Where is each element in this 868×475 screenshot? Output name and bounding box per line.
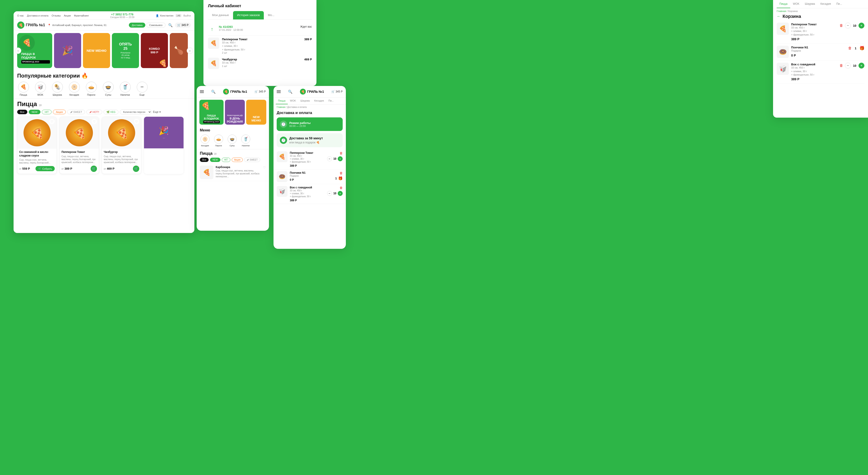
wishlist-btn-3[interactable]: ♡ <box>134 119 139 124</box>
mobile-banner-2[interactable]: Новогодняя.рф В ДЕНЬРОЖДЕНИЯ <box>225 100 245 125</box>
mobile-filter-new[interactable]: NEW <box>210 158 220 162</box>
phone-number[interactable]: +7 3852 571-776 <box>110 13 134 16</box>
search-icon[interactable]: 🔍 <box>168 23 173 27</box>
mp2-tab-quesadilla[interactable]: Кесадия <box>312 97 326 104</box>
banner-1[interactable]: 🍕 ПИЦЦА В ПОДАРОК ПРОМОКОД 2023 <box>17 33 52 68</box>
cabinet-tab-mydata[interactable]: Мои данные <box>208 11 233 20</box>
mobile-filter-sweet[interactable]: 🌶 SWEET <box>244 158 260 162</box>
cart-badge[interactable]: 🛒 345 Р <box>175 23 191 28</box>
filter-sweet[interactable]: 🌶 SWEET <box>67 110 85 114</box>
basket-tab-shawarma[interactable]: Шаурма <box>802 0 817 8</box>
plus-btn-1[interactable]: + <box>859 23 864 29</box>
filter-new[interactable]: NEW <box>29 110 40 114</box>
pickup-btn[interactable]: Самовывоз <box>146 23 165 28</box>
more-filters[interactable]: Еще ▾ <box>153 110 161 114</box>
mobile-filter-hit[interactable]: HIT <box>222 158 230 162</box>
minus-btn-3[interactable]: − <box>845 63 851 68</box>
filter-promo[interactable]: Акция <box>53 110 66 114</box>
cat-pizza[interactable]: 🍕 Пицца <box>17 82 30 96</box>
cabinet-tab-history[interactable]: История заказов <box>233 11 264 20</box>
cat-soups-icon: 🍲 <box>103 82 114 92</box>
cat-shawarma[interactable]: 🌯 Шаурма <box>51 82 64 96</box>
delete-btn-2[interactable]: 🗑 <box>848 46 852 50</box>
basket-tab-quesadilla[interactable]: Кесадия <box>817 0 834 8</box>
delete-btn-1[interactable]: 🗑 <box>839 24 843 28</box>
basket-tab-more[interactable]: Пи... <box>834 0 845 8</box>
carousel-prev-btn[interactable]: ‹ <box>15 48 21 54</box>
logout-link[interactable]: Выйти <box>183 14 191 17</box>
plus-btn-3[interactable]: + <box>859 63 864 68</box>
pizza-filters: Все NEW HIT Акция 🌶 SWEET 🌶 HOT!! 🌿 VEG … <box>17 110 191 115</box>
mp2-tab-more[interactable]: Пи... <box>326 97 336 104</box>
cat-quesadilla[interactable]: 🫓 Кесадия <box>68 82 81 96</box>
cat-more[interactable]: ••• Еще <box>136 82 148 96</box>
delivery-btn[interactable]: Доставка <box>129 23 145 28</box>
nav-promo[interactable]: Акции <box>64 14 71 17</box>
filter-veg[interactable]: 🌿 VEG <box>103 110 119 115</box>
product-footer-2: от 389 Р 🛒 <box>61 166 97 172</box>
logo[interactable]: 🍕 ГРИЛЬ №1 <box>17 22 45 29</box>
mp2-plus-btn-1[interactable]: + <box>338 156 343 161</box>
carousel-next-btn[interactable]: › <box>187 48 193 54</box>
delete-btn-3[interactable]: 🗑 <box>839 64 843 68</box>
basket-tab-wok[interactable]: WOK <box>790 0 802 8</box>
mp2-delete-1[interactable]: 🗑 <box>340 151 343 155</box>
search-icon-mobile[interactable]: 🔍 <box>211 90 216 94</box>
mp2-tab-shawarma[interactable]: Шаурма <box>298 97 312 104</box>
banner-3[interactable]: NEW МЕНЮ <box>83 33 110 68</box>
mp2-tab-pizza[interactable]: Пицца <box>276 97 288 104</box>
banner-4[interactable]: ОПЯТЬ25 Розыгрыш25 сетовпо 5 пицц <box>112 33 139 68</box>
mobile-filter-all[interactable]: Все <box>200 158 209 162</box>
wishlist-btn-1[interactable]: ♡ <box>49 119 55 124</box>
mp2-plus-btn-3[interactable]: + <box>338 191 343 196</box>
mobile-cat-quesadilla[interactable]: 🫓 Кесадия <box>200 135 210 147</box>
mp2-delete-2[interactable]: 🗑 <box>340 171 343 175</box>
mp2-delete-3[interactable]: 🗑 <box>340 186 343 189</box>
filter-all[interactable]: Все <box>17 110 27 114</box>
mobile-cat-pies[interactable]: 🥧 Пироги <box>213 135 224 147</box>
banner-5[interactable]: КОМБО999 Р 🍕 <box>141 33 168 68</box>
cat-soups[interactable]: 🍲 Супы <box>102 82 114 96</box>
nav-reviews[interactable]: Отзывы <box>52 14 61 17</box>
banner-3-text: NEW МЕНЮ <box>84 47 109 55</box>
mobile-filter-akcia[interactable]: Акция <box>232 158 243 162</box>
order-number[interactable]: № 414393 <box>219 25 243 29</box>
mp2-minus-btn-3[interactable]: − <box>327 191 332 196</box>
mobile-banner-3[interactable]: NEWМЕНЮ <box>246 100 266 125</box>
cabinet-tab-more[interactable]: Мо... <box>264 11 278 20</box>
banner-6[interactable]: 🍗 <box>170 33 188 68</box>
basket-back-icon[interactable]: ← <box>777 14 781 19</box>
mp2-cart-icon: 🛒 <box>331 90 335 93</box>
wishlist-btn-2[interactable]: ♡ <box>92 119 97 124</box>
filter-hot[interactable]: 🌶 HOT!! <box>86 110 102 114</box>
hamburger-icon[interactable] <box>200 90 204 93</box>
nav-franchise[interactable]: Франчайзинг <box>74 14 89 17</box>
mp2-cart[interactable]: 🛒 345 Р <box>331 90 343 93</box>
mobile-wishlist-icon[interactable]: ♡ <box>263 166 266 169</box>
nav-about[interactable]: О нас <box>17 14 24 17</box>
cat-pies[interactable]: 🥧 Пироги <box>85 82 97 96</box>
add-btn-1[interactable]: 🛒 Собрать <box>35 166 55 171</box>
mobile-cat-drinks[interactable]: 🥤 Напитки <box>241 135 251 147</box>
persons-select[interactable]: Количество персон <box>120 110 152 115</box>
mobile-cat-soups[interactable]: 🍲 Супы <box>227 135 237 147</box>
add-btn-3[interactable]: 🛒 <box>133 166 139 172</box>
mp2-hamburger-icon[interactable] <box>277 90 281 93</box>
minus-btn-1[interactable]: − <box>845 23 851 29</box>
mp2-minus-btn-1[interactable]: − <box>327 156 332 161</box>
mp2-tab-wok[interactable]: WOK <box>288 97 298 104</box>
mobile-banner-1[interactable]: 🍕 ПИЦЦАВ ПОДАРОК ПРОМОКОД 2023 <box>199 100 223 125</box>
banner-2[interactable]: 🎉 <box>54 33 81 68</box>
add-btn-2[interactable]: 🛒 <box>91 166 97 172</box>
basket-tab-pizza[interactable]: Пицца <box>777 0 790 8</box>
mobile-cart-1[interactable]: 🛒 345 Р <box>254 90 266 93</box>
mp2-search-icon[interactable]: 🔍 <box>288 90 292 94</box>
cat-wok[interactable]: 🥡 WOK <box>34 82 46 96</box>
mobile-pizza-img: 🍕 <box>200 166 213 179</box>
filter-hit[interactable]: HIT <box>42 110 52 114</box>
nav-delivery[interactable]: Доставка и оплата <box>27 14 49 17</box>
breadcrumb-home[interactable]: Главная <box>777 10 786 12</box>
order-item-info-2: Чизбургер 33 см, 450 г 1 шт <box>222 58 237 67</box>
mp2-breadcrumb-home[interactable]: Главная <box>277 106 285 108</box>
cat-drinks[interactable]: 🥤 Напитки <box>119 82 131 96</box>
